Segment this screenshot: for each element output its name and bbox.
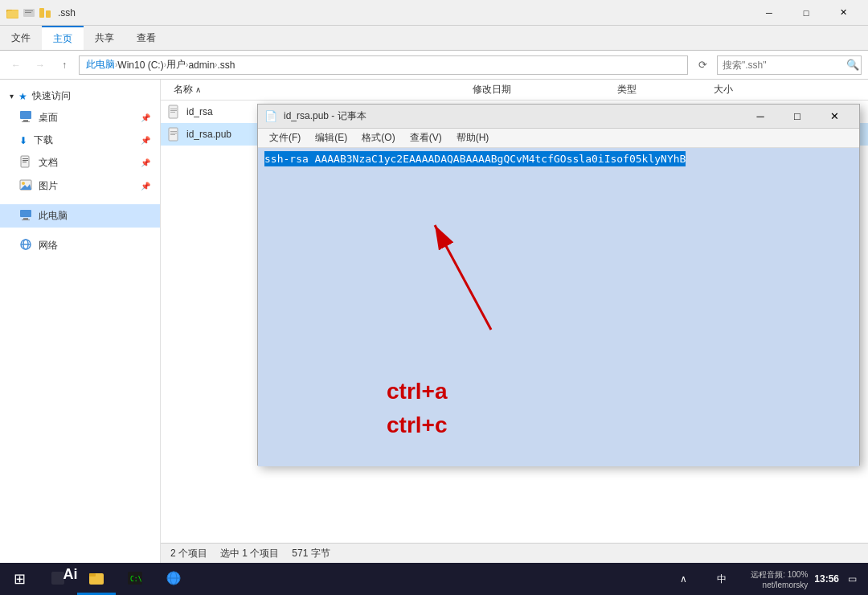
pictures-pin-icon: 📌: [141, 182, 150, 191]
taskbar-network[interactable]: [154, 563, 193, 595]
breadcrumb-item: admin: [188, 60, 215, 71]
minimize-button[interactable]: ─: [751, 0, 788, 26]
taskbar-time: 13:56: [814, 573, 839, 585]
svg-rect-27: [170, 112, 175, 113]
breadcrumb-item-current: .ssh: [217, 60, 235, 71]
refresh-button[interactable]: ⟳: [693, 55, 712, 75]
notepad-menu-file[interactable]: 文件(F): [263, 129, 307, 147]
svg-text:C:\: C:\: [130, 576, 142, 583]
taskbar: ⊞ C:\ ∧ 中 远程音频: 100% net/lemorsky 13:56: [0, 563, 868, 595]
taskbar-terminal-icon: C:\: [127, 570, 143, 589]
tab-view[interactable]: 查看: [125, 26, 167, 50]
notepad-menubar: 文件(F) 编辑(E) 格式(O) 查看(V) 帮助(H): [258, 129, 859, 148]
remote-audio-label: 远程音频: 100%: [751, 569, 808, 581]
site-label: net/lemorsky: [763, 581, 809, 589]
sidebar-item-desktop[interactable]: 桌面 📌: [0, 106, 160, 129]
notepad-menu-edit[interactable]: 编辑(E): [309, 129, 354, 147]
col-date-header[interactable]: 修改日期: [473, 83, 617, 96]
svg-rect-29: [170, 131, 177, 132]
back-button[interactable]: ←: [6, 55, 26, 75]
taskbar-sys: 远程音频: 100% net/lemorsky 13:56 ▭: [741, 569, 868, 589]
address-bar: ← → ↑ 此电脑 › Win10 (C:) › 用户 › admin › .s…: [0, 51, 868, 80]
svg-rect-6: [39, 8, 44, 18]
svg-rect-20: [22, 220, 30, 220]
chevron-up-icon: ∧: [680, 573, 687, 585]
tab-file[interactable]: 文件: [0, 26, 42, 50]
desktop-icon: [19, 110, 32, 125]
svg-rect-31: [170, 134, 175, 135]
svg-rect-30: [170, 133, 177, 133]
start-button[interactable]: ⊞: [0, 563, 39, 595]
search-input[interactable]: [723, 60, 843, 71]
up-button[interactable]: ↑: [55, 55, 74, 75]
downloads-pin-icon: 📌: [141, 136, 150, 145]
quick-access-icon2: [39, 6, 51, 19]
breadcrumb-item: 用户: [166, 58, 186, 72]
svg-rect-9: [23, 120, 28, 121]
notepad-controls: ─ □ ✕: [742, 105, 853, 129]
col-type-header[interactable]: 类型: [617, 83, 714, 96]
search-icon: 🔍: [846, 59, 859, 71]
status-count: 2 个项目: [170, 547, 207, 560]
title-bar: .ssh ─ □ ✕: [0, 0, 868, 26]
breadcrumb-item: 此电脑: [86, 58, 115, 72]
notepad-icon: 📄: [264, 110, 277, 123]
desktop-label: 桌面: [39, 111, 58, 125]
notepad-content[interactable]: ssh-rsa AAAAB3NzaC1yc2EAAAADAQABAAAABgQC…: [258, 148, 859, 466]
col-size-header[interactable]: 大小: [714, 83, 862, 96]
svg-rect-19: [23, 218, 28, 220]
taskbar-chevron[interactable]: ∧: [664, 563, 702, 595]
ribbon: 文件 主页 共享 查看: [0, 26, 868, 51]
svg-rect-4: [25, 10, 33, 11]
quick-access-icon1: [23, 6, 35, 19]
downloads-label: 下载: [34, 133, 53, 147]
tab-home[interactable]: 主页: [42, 26, 84, 50]
taskbar-lang[interactable]: 中: [702, 563, 741, 595]
pictures-icon: [19, 178, 32, 194]
close-button[interactable]: ✕: [825, 0, 862, 26]
ai-label-area: Ai: [47, 554, 93, 595]
svg-rect-12: [23, 158, 28, 159]
forward-button[interactable]: →: [31, 55, 50, 75]
quick-access-header[interactable]: ▾ ★ 快速访问: [0, 86, 160, 106]
notepad-title: id_rsa.pub - 记事本: [284, 109, 735, 123]
this-pc-label: 此电脑: [39, 209, 68, 223]
documents-label: 文档: [39, 156, 58, 170]
notepad-minimize-button[interactable]: ─: [742, 105, 779, 129]
taskbar-notification-icon[interactable]: ▭: [845, 572, 858, 585]
window-title: .ssh: [58, 7, 751, 18]
svg-point-16: [22, 182, 25, 185]
notepad-menu-format[interactable]: 格式(O): [355, 129, 401, 147]
maximize-button[interactable]: □: [788, 0, 825, 26]
notepad-window: 📄 id_rsa.pub - 记事本 ─ □ ✕ 文件(F) 编辑(E) 格式(…: [257, 104, 860, 466]
svg-rect-18: [20, 210, 31, 217]
svg-rect-7: [46, 10, 51, 18]
taskbar-terminal[interactable]: C:\: [116, 563, 154, 595]
notepad-maximize-button[interactable]: □: [779, 105, 816, 129]
title-controls: ─ □ ✕: [751, 0, 862, 26]
notepad-menu-help[interactable]: 帮助(H): [450, 129, 496, 147]
address-path[interactable]: 此电脑 › Win10 (C:) › 用户 › admin › .ssh: [79, 55, 688, 75]
notepad-text-selected: ssh-rsa AAAAB3NzaC1yc2EAAAADAQABAAAABgQC…: [264, 151, 686, 166]
desktop-pin-icon: 📌: [141, 113, 150, 122]
ai-label: Ai: [63, 566, 78, 583]
sidebar-item-downloads[interactable]: ⬇ 下载 📌: [0, 129, 160, 151]
notepad-menu-view[interactable]: 查看(V): [403, 129, 448, 147]
breadcrumb-item: Win10 (C:): [117, 60, 163, 71]
sidebar-item-pictures[interactable]: 图片 📌: [0, 174, 160, 198]
documents-pin-icon: 📌: [141, 158, 150, 167]
notepad-close-button[interactable]: ✕: [816, 105, 853, 129]
col-name-header[interactable]: 名称 ∧: [167, 83, 473, 96]
status-bar: 2 个项目 选中 1 个项目 571 字节: [161, 543, 868, 564]
sidebar-item-this-pc[interactable]: 此电脑: [0, 204, 160, 228]
svg-rect-14: [23, 162, 27, 162]
this-pc-icon: [19, 208, 32, 224]
tab-share[interactable]: 共享: [84, 26, 125, 50]
sidebar: ▾ ★ 快速访问 桌面 📌 ⬇ 下载 📌 文档 📌 图片: [0, 80, 161, 564]
svg-rect-13: [23, 160, 28, 161]
taskbar-sys-info: 远程音频: 100% net/lemorsky: [751, 569, 808, 589]
quick-access-star-icon: ★: [18, 91, 27, 102]
search-box: 🔍: [717, 55, 862, 75]
sidebar-item-network[interactable]: 网络: [0, 234, 160, 257]
sidebar-item-documents[interactable]: 文档 📌: [0, 151, 160, 174]
